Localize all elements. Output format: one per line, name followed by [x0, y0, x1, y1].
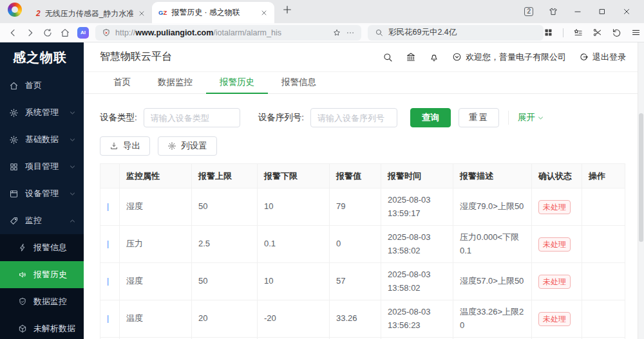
menu-icon[interactable] [631, 28, 641, 37]
insecure-shield-icon[interactable] [102, 28, 111, 37]
back-button[interactable] [8, 28, 18, 38]
page: 感之物联 首页系统管理基础数据项目管理设备管理监控 报警信息报警历史数据监控未解… [0, 42, 644, 339]
new-tab-button[interactable] [282, 5, 292, 15]
notifications-bell-icon[interactable] [429, 52, 439, 62]
cell-time: 2025-08-03 13:58:02 [381, 226, 453, 263]
toolbar-right-icons [544, 28, 641, 37]
chevron-down-icon [537, 115, 544, 122]
reset-button[interactable]: 重置 [459, 108, 499, 127]
maximize-button[interactable] [598, 7, 607, 16]
home-button[interactable] [60, 28, 70, 38]
table-actions: 导出 列设置 [100, 136, 625, 156]
grid-icon [9, 162, 19, 172]
alarm-history-table: 监控属性报警上限报警下限报警值报警时间报警描述确认状态操作 |湿度5010792… [100, 163, 625, 339]
tab-报警历史[interactable]: 报警历史 [206, 72, 268, 94]
cell-value: 57 [330, 263, 381, 300]
column-settings-button[interactable]: 列设置 [158, 136, 217, 156]
cell-upper-limit: 2.5 [192, 226, 258, 263]
cell-description: 温度33.26>上限20 [453, 300, 532, 338]
tab-数据监控[interactable]: 数据监控 [144, 72, 206, 94]
ai-assistant-icon[interactable]: AI [77, 27, 89, 39]
submenu-item-数据监控[interactable]: 数据监控 [0, 288, 84, 315]
submenu-item-label: 未解析数据 [33, 323, 75, 334]
search-icon[interactable] [383, 52, 393, 62]
forward-button[interactable] [25, 28, 35, 38]
cell-value: 79 [330, 188, 381, 226]
minimize-button[interactable] [573, 7, 582, 16]
row-marker-cell: | [100, 263, 120, 300]
browser-search-box[interactable]: 彩民花69元中2.4亿 [368, 25, 544, 41]
device-type-input[interactable] [144, 108, 240, 127]
table-header-row: 监控属性报警上限报警下限报警值报警时间报警描述确认状态操作 [100, 164, 625, 188]
cell-upper-limit: 20 [192, 300, 258, 338]
theme-shirt-icon[interactable] [549, 7, 558, 16]
browser-logo-icon[interactable] [8, 3, 22, 17]
sidebar-item-首页[interactable]: 首页 [0, 72, 84, 99]
screenshot-scissors-icon[interactable] [592, 28, 602, 37]
more-options-icon[interactable] [346, 28, 355, 37]
device-link[interactable]: | [107, 202, 109, 211]
browser-tab-inactive[interactable]: 2 无线压力传感器_静力水准仪_ [30, 4, 152, 23]
sidebar-item-label: 基础数据 [25, 134, 59, 145]
submenu-item-报警信息[interactable]: 报警信息 [0, 234, 84, 261]
app-header: 智慧物联云平台 欢迎您，普量电子有限公司 退出登录 [84, 42, 638, 72]
sidebar-item-系统管理[interactable]: 系统管理 [0, 99, 84, 126]
column-header: 报警时间 [381, 164, 453, 188]
logout-button[interactable]: 退出登录 [579, 51, 626, 63]
cell-status: 未处理 [532, 300, 582, 338]
device-link[interactable]: | [107, 239, 109, 248]
history-undo-icon[interactable] [612, 28, 621, 37]
serial-input[interactable] [310, 108, 397, 127]
close-button[interactable] [622, 7, 631, 16]
favorites-list-icon[interactable] [573, 28, 583, 37]
cell-time: 2025-08-03 13:58:02 [381, 263, 453, 300]
serial-label: 设备序列号: [258, 112, 304, 124]
device-type-label: 设备类型: [100, 112, 137, 124]
status-badge: 未处理 [538, 200, 571, 214]
sidebar-submenu: 报警信息报警历史数据监控未解析数据 [0, 234, 84, 339]
sidebar-item-label: 监控 [25, 215, 42, 226]
content: 设备类型: 设备序列号: 查询 重置 展开 导出 [84, 94, 638, 339]
organization-bank-icon[interactable] [406, 52, 416, 62]
sidebar-item-监控[interactable]: 监控 [0, 207, 84, 234]
column-header: 报警上限 [192, 164, 258, 188]
submenu-item-报警历史[interactable]: 报警历史 [0, 261, 84, 288]
tab-close-icon[interactable] [260, 9, 268, 17]
column-header: 报警下限 [258, 164, 330, 188]
tab-close-icon[interactable] [138, 10, 146, 17]
status-badge: 未处理 [538, 312, 571, 326]
sidebar-item-设备管理[interactable]: 设备管理 [0, 180, 84, 207]
page-tab-bar: 首页数据监控报警历史报警信息 [84, 72, 638, 94]
bookmark-star-icon[interactable] [332, 28, 341, 37]
cell-status: 未处理 [532, 263, 582, 300]
gear-icon [167, 142, 176, 151]
reload-button[interactable] [43, 28, 53, 38]
search-icon [375, 28, 383, 37]
status-badge: 未处理 [538, 275, 571, 289]
export-button[interactable]: 导出 [100, 136, 150, 156]
gear-icon [9, 108, 19, 118]
apps-grid-icon[interactable] [544, 28, 553, 37]
main-area: 智慧物联云平台 欢迎您，普量电子有限公司 退出登录 首页数据监控报警历史报警信息 [84, 42, 638, 339]
column-header [100, 164, 120, 188]
scrollbar-track[interactable] [638, 42, 644, 339]
tab-count-badge[interactable]: 2 [524, 7, 533, 16]
submenu-item-未解析数据[interactable]: 未解析数据 [0, 315, 84, 339]
scrollbar-thumb[interactable] [639, 113, 643, 242]
sidebar-item-基础数据[interactable]: 基础数据 [0, 126, 84, 153]
address-bar[interactable]: http://www.puliangiot.com/iotalarm/alarm… [95, 25, 361, 41]
horn-icon [18, 270, 27, 279]
device-link[interactable]: | [107, 277, 109, 286]
query-button[interactable]: 查询 [410, 108, 451, 127]
expand-link[interactable]: 展开 [508, 111, 544, 125]
user-menu[interactable]: 欢迎您，普量电子有限公司 [452, 51, 566, 63]
row-marker-cell: | [100, 300, 120, 338]
column-header: 操作 [582, 164, 625, 188]
column-header: 确认状态 [532, 164, 582, 188]
sidebar-item-项目管理[interactable]: 项目管理 [0, 153, 84, 180]
browser-tab-active[interactable]: GZ 报警历史 · 感之物联 [152, 2, 274, 23]
tab-报警信息[interactable]: 报警信息 [268, 72, 330, 94]
url-text: http://www.puliangiot.com/iotalarm/alarm… [115, 28, 328, 37]
device-link[interactable]: | [107, 314, 109, 323]
tab-首页[interactable]: 首页 [100, 72, 144, 94]
